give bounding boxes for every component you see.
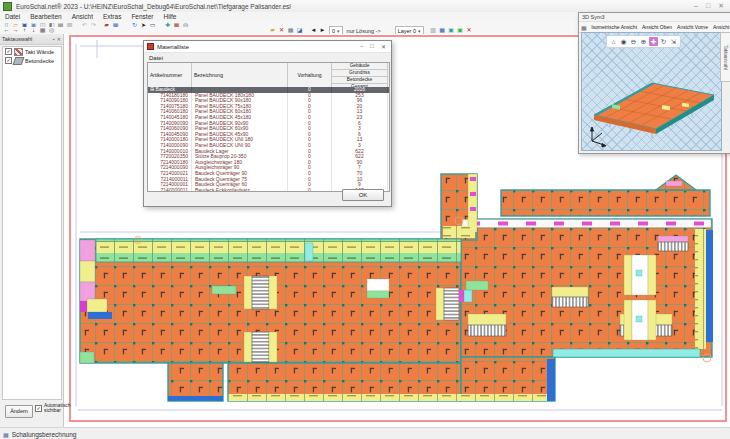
- layer-select-value: Layer 0: [398, 28, 416, 34]
- solution-prev-icon[interactable]: ◄: [309, 27, 318, 34]
- takt-panel-footer: Ändern ✓ Automatisch sichtbar: [0, 397, 63, 421]
- view-teal-icon[interactable]: ▣: [447, 27, 456, 34]
- solution-next-icon[interactable]: ►: [318, 27, 327, 34]
- pan-icon[interactable]: ✚: [649, 37, 658, 46]
- dialog-title: Materialliste: [157, 44, 360, 50]
- panel-close-icon[interactable]: ✕: [57, 36, 61, 42]
- tree-item-takt-wände[interactable]: ✓Takt Wände: [3, 47, 61, 56]
- status-bar: ▦ Schalungsberechnung: [0, 427, 730, 439]
- auto-visible-label: Automatisch sichtbar: [44, 403, 68, 414]
- column-grundriss[interactable]: Grundriss: [332, 70, 387, 77]
- pin-icon[interactable]: ▪: [53, 36, 55, 42]
- panel-3d: 3D Sym3 ▦ Isometrische AnsichtAnsicht Ob…: [578, 12, 730, 154]
- viewcube-icon[interactable]: ▦: [581, 24, 587, 31]
- zoom-in-icon[interactable]: ⊕: [639, 37, 648, 46]
- column-betondecke[interactable]: Betondecke: [332, 77, 387, 84]
- takt-close-icon[interactable]: ✕: [465, 27, 474, 34]
- wall-icon: [14, 48, 23, 56]
- menu-datei[interactable]: Datei: [0, 13, 25, 20]
- tree-item-label: Takt Wände: [25, 49, 54, 55]
- p3d-menu-ansicht-vorne[interactable]: Ansicht Vorne: [675, 24, 711, 30]
- p3d-menu-isometrische-ansicht[interactable]: Isometrische Ansicht: [589, 24, 640, 30]
- auto-visible-checkbox[interactable]: ✓: [35, 405, 42, 412]
- menu-extras[interactable]: Extras: [98, 13, 126, 20]
- viewport-toolbar: ⌂◉⊖⊕✚↻⇲: [606, 35, 681, 48]
- axis-indicator: [591, 127, 607, 147]
- takt-tree: ✓Takt Wände✓Betondecke: [2, 46, 62, 400]
- takt-grid-icon[interactable]: ▦: [286, 27, 295, 34]
- zoom-out-icon[interactable]: ⊖: [629, 37, 638, 46]
- rotate-icon[interactable]: ↻: [659, 37, 668, 46]
- minimize-button[interactable]: –: [694, 2, 698, 10]
- column-bezeichnung[interactable]: Bezeichnung: [192, 63, 288, 87]
- p3d-menu-ansicht-seite[interactable]: Ansicht Seite: [710, 24, 730, 30]
- solution-number-select-value: 0: [332, 28, 335, 34]
- tree-item-label: Betondecke: [25, 58, 54, 64]
- viewport-3d[interactable]: ⌂◉⊖⊕✚↻⇲: [581, 32, 722, 151]
- pan-right-icon[interactable]: →: [11, 27, 20, 34]
- model-3d: [582, 33, 721, 150]
- orbit-icon[interactable]: ◉: [619, 37, 628, 46]
- zoom-window-icon[interactable]: ◎: [47, 27, 56, 34]
- p3d-menu-ansicht-oben[interactable]: Ansicht Oben: [640, 24, 675, 30]
- column-gebaeude[interactable]: Gebäude: [332, 63, 387, 70]
- takt-panel: Taktauswahl ▪ ✕ ✓Takt Wände✓Betondecke Ä…: [0, 34, 64, 427]
- solution-mode-label: nur Lösung ->: [347, 28, 381, 34]
- pan-up-icon[interactable]: ↑: [20, 27, 29, 34]
- pan-left-icon[interactable]: ←: [2, 27, 11, 34]
- view-green-icon[interactable]: ▣: [456, 27, 465, 34]
- dialog-menu-datei[interactable]: Datei: [144, 55, 163, 61]
- chevron-down-icon: ▾: [418, 28, 421, 34]
- takt-solution-icon[interactable]: ◪: [295, 27, 304, 34]
- takt-new-icon[interactable]: ▰: [268, 27, 277, 34]
- takt-panel-header: Taktauswahl ▪ ✕: [0, 34, 63, 45]
- app-icon: [3, 2, 12, 11]
- side-tab-taktauswahl[interactable]: Taktauswahl: [720, 32, 730, 82]
- panel-3d-title[interactable]: 3D Sym3: [579, 13, 730, 22]
- toolbar-gap: [56, 27, 268, 34]
- slab-icon: [13, 57, 25, 65]
- dialog-maximize-button[interactable]: □: [370, 43, 374, 50]
- dialog-menu-bar: Datei: [144, 53, 391, 62]
- tree-item-betondecke[interactable]: ✓Betondecke: [3, 56, 61, 65]
- dialog-title-bar[interactable]: Materialliste – □ ✕: [144, 41, 391, 53]
- close-button[interactable]: ✕: [718, 2, 724, 10]
- takt-delete-icon[interactable]: ✕: [277, 27, 286, 34]
- zoom-grid-icon[interactable]: ▦: [38, 27, 47, 34]
- dialog-icon: [147, 43, 154, 50]
- dialog-minimize-button[interactable]: –: [360, 43, 363, 50]
- view-blue-icon[interactable]: ▦: [438, 27, 447, 34]
- material-list-dialog: Materialliste – □ ✕ Datei Artikelnummer …: [143, 40, 392, 207]
- tree-checkbox[interactable]: ✓: [5, 57, 12, 64]
- menu-bearbeiten[interactable]: Bearbeiten: [25, 13, 66, 20]
- column-artikelnummer[interactable]: Artikelnummer: [148, 63, 192, 87]
- menu-ansicht[interactable]: Ansicht: [67, 13, 98, 20]
- column-group: Gebäude Grundriss Betondecke Gesamt: [332, 63, 388, 87]
- window-title: EuroSchal.net® 2023 - U:\HEINZ\EuroSchal…: [16, 3, 291, 10]
- material-table-header: Artikelnummer Bezeichnung Vorhaltung Geb…: [148, 63, 389, 88]
- dialog-close-button[interactable]: ✕: [381, 43, 386, 50]
- tree-checkbox[interactable]: ✓: [5, 48, 12, 55]
- takt-panel-title: Taktauswahl: [2, 36, 51, 42]
- material-table-body: ⊞ Baudeck020167140180180Panel BAUDECK 18…: [148, 87, 389, 191]
- toolbar-gap: [383, 27, 393, 34]
- layer-grid-icon[interactable]: ▥: [429, 27, 438, 34]
- material-table: Artikelnummer Bezeichnung Vorhaltung Geb…: [147, 62, 390, 192]
- pan-down-icon[interactable]: ↓: [29, 27, 38, 34]
- maximize-button[interactable]: □: [706, 2, 710, 10]
- column-vorhaltung[interactable]: Vorhaltung: [288, 63, 332, 87]
- fit-view-icon[interactable]: ⇲: [669, 37, 678, 46]
- ok-button[interactable]: OK: [342, 189, 384, 201]
- home-view-icon[interactable]: ⌂: [609, 37, 618, 46]
- chevron-down-icon: ▾: [337, 28, 340, 34]
- status-text: Schalungsberechnung: [12, 431, 77, 438]
- window-controls: – □ ✕: [694, 2, 730, 10]
- menu-hilfe[interactable]: Hilfe: [158, 13, 181, 20]
- status-grid-icon: ▦: [3, 431, 9, 438]
- change-button[interactable]: Ändern: [5, 405, 33, 418]
- menu-fenster[interactable]: Fenster: [126, 13, 158, 20]
